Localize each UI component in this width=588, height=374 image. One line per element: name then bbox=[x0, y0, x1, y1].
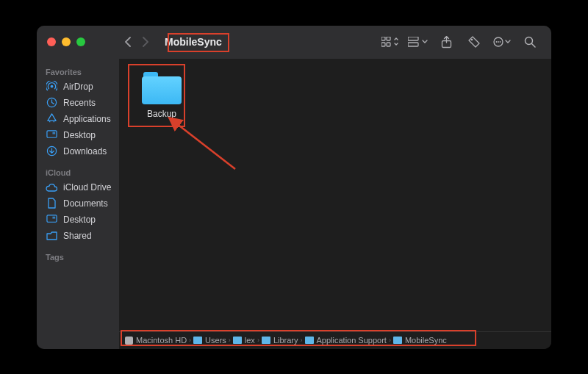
svg-rect-16 bbox=[52, 132, 55, 134]
sidebar-item-label: AirDrop bbox=[63, 82, 93, 92]
icloud-icon bbox=[46, 181, 57, 193]
action-button[interactable] bbox=[491, 33, 513, 51]
folder-mini-icon bbox=[305, 337, 314, 344]
share-button[interactable] bbox=[435, 33, 457, 51]
path-label: lex bbox=[245, 336, 255, 345]
path-label: Application Support bbox=[317, 336, 387, 345]
sidebar-item-airdrop[interactable]: AirDrop bbox=[37, 79, 119, 95]
desktop-icon bbox=[46, 214, 57, 226]
sidebar-item-downloads[interactable]: Downloads bbox=[37, 143, 119, 159]
svg-point-9 bbox=[496, 41, 498, 43]
toolbar: MobileSync bbox=[37, 26, 551, 59]
svg-rect-4 bbox=[408, 37, 418, 40]
svg-point-7 bbox=[471, 39, 473, 41]
sidebar-item-applications[interactable]: Applications bbox=[37, 111, 119, 127]
tags-button[interactable] bbox=[463, 33, 485, 51]
icon-grid[interactable]: Backup bbox=[119, 59, 551, 331]
sidebar-item-desktop[interactable]: Desktop bbox=[37, 127, 119, 143]
svg-point-13 bbox=[50, 85, 53, 88]
folder-mini-icon bbox=[262, 337, 270, 344]
svg-rect-1 bbox=[387, 37, 390, 40]
recents-icon bbox=[46, 97, 57, 109]
folder-item-backup[interactable]: Backup bbox=[132, 72, 191, 119]
airdrop-icon bbox=[46, 81, 57, 93]
folder-mini-icon bbox=[193, 337, 202, 344]
content-area: Backup Macintosh HD › Users › lex bbox=[119, 59, 551, 349]
folder-mini-icon bbox=[233, 337, 242, 344]
svg-rect-19 bbox=[52, 217, 55, 219]
hd-icon bbox=[125, 337, 133, 345]
chevron-right-icon: › bbox=[229, 337, 231, 344]
close-window-button[interactable] bbox=[47, 37, 56, 46]
desktop-icon bbox=[46, 129, 57, 141]
svg-rect-5 bbox=[408, 43, 418, 46]
path-label: MobileSync bbox=[405, 336, 447, 345]
sidebar-item-desktop-icloud[interactable]: Desktop bbox=[37, 212, 119, 228]
traffic-lights bbox=[37, 37, 119, 46]
back-button[interactable] bbox=[119, 33, 137, 51]
folder-icon bbox=[142, 72, 182, 104]
forward-button[interactable] bbox=[137, 33, 154, 51]
folder-mini-icon bbox=[393, 337, 402, 344]
sidebar-item-label: Desktop bbox=[63, 215, 96, 225]
sidebar-item-label: iCloud Drive bbox=[63, 182, 111, 193]
search-button[interactable] bbox=[519, 33, 541, 51]
sidebar-heading-tags: Tags bbox=[37, 248, 119, 264]
sidebar: Favorites AirDrop Recents Applications bbox=[37, 59, 119, 349]
shared-icon bbox=[46, 230, 57, 242]
sidebar-item-label: Applications bbox=[63, 114, 111, 124]
zoom-window-button[interactable] bbox=[76, 37, 85, 46]
svg-rect-2 bbox=[381, 43, 385, 46]
window-title: MobileSync bbox=[160, 35, 226, 49]
sidebar-item-documents[interactable]: Documents bbox=[37, 195, 119, 212]
sidebar-item-label: Desktop bbox=[63, 130, 96, 140]
path-label: Library bbox=[273, 336, 298, 345]
chevron-right-icon: › bbox=[189, 337, 191, 344]
path-segment[interactable]: Library bbox=[262, 336, 298, 345]
path-segment[interactable]: Users bbox=[193, 336, 226, 345]
chevron-right-icon: › bbox=[301, 337, 303, 344]
sidebar-item-icloud-drive[interactable]: iCloud Drive bbox=[37, 179, 119, 195]
downloads-icon bbox=[46, 145, 57, 157]
sidebar-item-recents[interactable]: Recents bbox=[37, 95, 119, 111]
sidebar-item-label: Recents bbox=[63, 98, 96, 108]
minimize-window-button[interactable] bbox=[62, 37, 71, 46]
finder-window: MobileSync bbox=[37, 26, 551, 349]
sidebar-heading-icloud: iCloud bbox=[37, 164, 119, 179]
path-segment[interactable]: Application Support bbox=[305, 336, 387, 345]
svg-point-11 bbox=[500, 41, 501, 43]
view-icons-button[interactable] bbox=[379, 33, 401, 51]
documents-icon bbox=[46, 198, 57, 209]
path-segment[interactable]: MobileSync bbox=[393, 336, 447, 345]
applications-icon bbox=[46, 113, 57, 125]
path-segment[interactable]: lex bbox=[233, 336, 255, 345]
group-button[interactable] bbox=[407, 33, 429, 51]
sidebar-item-label: Shared bbox=[63, 231, 92, 241]
path-segment[interactable]: Macintosh HD bbox=[125, 336, 187, 345]
svg-rect-3 bbox=[387, 43, 390, 46]
sidebar-item-label: Documents bbox=[63, 198, 108, 209]
sidebar-heading-favorites: Favorites bbox=[37, 63, 119, 79]
sidebar-item-label: Downloads bbox=[63, 146, 107, 157]
svg-point-10 bbox=[498, 41, 499, 43]
path-label: Users bbox=[205, 336, 226, 345]
sidebar-item-shared[interactable]: Shared bbox=[37, 228, 119, 244]
chevron-right-icon: › bbox=[257, 337, 259, 344]
file-label: Backup bbox=[147, 109, 176, 119]
svg-rect-0 bbox=[381, 37, 385, 40]
path-bar: Macintosh HD › Users › lex › Library › bbox=[119, 331, 551, 349]
chevron-right-icon: › bbox=[389, 337, 391, 344]
path-label: Macintosh HD bbox=[136, 336, 187, 345]
